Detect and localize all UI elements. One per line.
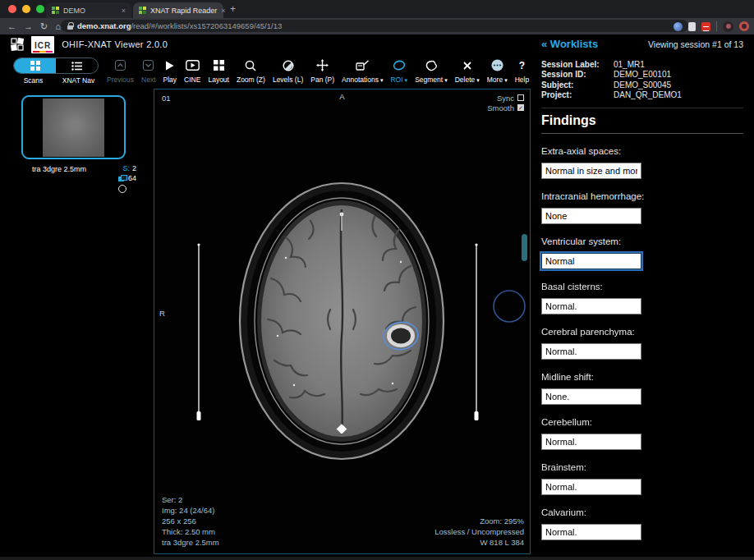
tool-cine[interactable]: CINE bbox=[182, 57, 202, 84]
brainstem-input[interactable] bbox=[541, 479, 641, 495]
project-value: DAN_QR_DEMO1 bbox=[614, 90, 682, 99]
back-button[interactable]: ← bbox=[7, 22, 16, 31]
smooth-checkbox[interactable]: ✓ bbox=[517, 104, 524, 111]
profile-avatar[interactable] bbox=[723, 21, 733, 32]
tool-pan[interactable]: Pan (P) bbox=[309, 57, 336, 84]
tool-delete[interactable]: Delete▾ bbox=[453, 57, 481, 84]
xnat-nav-button[interactable] bbox=[56, 58, 98, 73]
tool-roi[interactable]: ROI▾ bbox=[388, 57, 409, 84]
tool-help[interactable]: ? Help bbox=[513, 57, 531, 84]
session-label-value: 01_MR1 bbox=[614, 60, 645, 69]
series-thumbnail[interactable] bbox=[21, 95, 126, 159]
toolbar: Scans XNAT Nav Previous Next Play CINE bbox=[0, 54, 531, 87]
next-label: Next bbox=[141, 76, 155, 84]
compression-text: Lossless / Uncompressed bbox=[434, 526, 524, 537]
basal-cisterns-input[interactable] bbox=[541, 298, 641, 314]
pan-icon bbox=[316, 59, 329, 71]
layout-label: Layout bbox=[208, 76, 229, 84]
series-number: 2 bbox=[132, 164, 136, 172]
cine-label: CINE bbox=[184, 76, 200, 84]
extension-red-icon[interactable] bbox=[701, 22, 710, 31]
scans-grid-icon bbox=[30, 61, 40, 71]
record-button[interactable] bbox=[739, 21, 749, 31]
minimize-window-button[interactable] bbox=[22, 5, 30, 13]
browser-url-bar: ← → ↻ ⌂ demo.xnat.org/read/#/worklists/x… bbox=[0, 18, 754, 34]
series-number-text: Ser: 2 bbox=[162, 494, 219, 505]
browser-tab-demo[interactable]: DEMO × bbox=[46, 2, 131, 18]
lock-icon bbox=[67, 22, 73, 30]
help-icon: ? bbox=[519, 60, 525, 71]
finding-field-calvarium: Calvarium: bbox=[541, 507, 743, 540]
calvarium-input[interactable] bbox=[541, 524, 641, 540]
cine-icon bbox=[186, 60, 200, 71]
icr-logo-text: ICR bbox=[34, 41, 51, 50]
more-ellipsis-icon bbox=[491, 59, 503, 71]
screen: DEMO × XNAT Rapid Reader × + ← → ↻ ⌂ dem… bbox=[0, 0, 754, 560]
slice-thickness-text: Thick: 2.50 mm bbox=[162, 526, 219, 537]
ventricular-system-input[interactable] bbox=[541, 253, 641, 269]
finding-field-basal-cisterns: Basal cisterns: bbox=[541, 282, 743, 314]
browser-action-icons bbox=[674, 20, 749, 33]
finding-label: Extra-axial spaces: bbox=[541, 146, 743, 157]
finding-label: Brainstem: bbox=[541, 462, 743, 473]
browser-tab-rapid-reader[interactable]: XNAT Rapid Reader × bbox=[133, 2, 223, 18]
smooth-label: Smooth bbox=[487, 103, 514, 113]
tab-close-icon[interactable]: × bbox=[122, 7, 126, 15]
tool-more[interactable]: More▾ bbox=[485, 57, 509, 84]
tool-next[interactable]: Next bbox=[140, 57, 157, 84]
window-controls[interactable] bbox=[8, 5, 44, 13]
series-desc-text: tra 3dgre 2.5mm bbox=[162, 537, 219, 548]
session-info-row: Subject: DEMO_S00045 bbox=[541, 80, 743, 90]
sync-checkbox[interactable] bbox=[517, 94, 524, 101]
tool-zoom[interactable]: Zoom (Z) bbox=[235, 57, 267, 84]
midline-shift-input[interactable] bbox=[541, 388, 641, 405]
chevron-down-icon: ▾ bbox=[380, 77, 384, 83]
extension-globe-icon[interactable] bbox=[674, 22, 683, 31]
tool-segment[interactable]: Segment▾ bbox=[413, 57, 449, 84]
series-stats: S: 2 64 bbox=[103, 163, 136, 193]
next-icon bbox=[143, 60, 154, 71]
finding-label: Intracranial hemorrhage: bbox=[541, 191, 743, 202]
reload-button[interactable]: ↻ bbox=[40, 22, 48, 31]
annotations-label: Annotations▾ bbox=[342, 76, 383, 84]
tool-previous[interactable]: Previous bbox=[105, 57, 136, 84]
worklists-back-link[interactable]: « Worklists bbox=[541, 38, 598, 50]
home-button[interactable]: ⌂ bbox=[55, 22, 61, 31]
tab-title: XNAT Rapid Reader bbox=[150, 7, 217, 15]
subject-value: DEMO_S00045 bbox=[614, 80, 671, 90]
extension-doc-icon[interactable] bbox=[688, 22, 696, 31]
tool-layout[interactable]: Layout bbox=[206, 57, 231, 84]
tool-play[interactable]: Play bbox=[162, 57, 179, 84]
finding-field-hemorrhage: Intracranial hemorrhage: bbox=[541, 191, 743, 224]
new-tab-button[interactable]: + bbox=[230, 3, 236, 15]
image-viewport[interactable]: 01 A R Sync Smooth ✓ Ser: 2 Img: 24 (24/… bbox=[154, 89, 531, 554]
project-key: Project: bbox=[541, 90, 614, 99]
scans-button[interactable] bbox=[14, 58, 56, 73]
window-level-text: W 818 L 384 bbox=[434, 537, 524, 548]
finding-label: Calvarium: bbox=[541, 507, 743, 518]
roi-icon bbox=[393, 60, 406, 71]
tool-levels[interactable]: Levels (L) bbox=[271, 57, 305, 84]
session-info-row: Project: DAN_QR_DEMO1 bbox=[541, 90, 743, 101]
cerebellum-input[interactable] bbox=[541, 434, 641, 450]
instance-count: 64 bbox=[128, 174, 136, 182]
finding-field-ventricular: Ventricular system: bbox=[541, 236, 743, 269]
tab-close-icon[interactable]: × bbox=[221, 7, 225, 15]
session-info-row: Session Label: 01_MR1 bbox=[541, 59, 743, 70]
orientation-marker-left: R bbox=[159, 308, 165, 319]
address-bar[interactable]: demo.xnat.org/read/#/worklists/xs1572063… bbox=[61, 20, 688, 32]
thumbnail-image bbox=[43, 99, 104, 157]
session-id-key: Session ID: bbox=[541, 70, 614, 79]
extra-axial-spaces-input[interactable] bbox=[541, 163, 641, 179]
forward-button[interactable]: → bbox=[24, 22, 33, 31]
cerebral-parenchyma-input[interactable] bbox=[541, 343, 641, 360]
icr-logo-stripe bbox=[33, 51, 53, 53]
zoom-window-button[interactable] bbox=[36, 5, 44, 13]
pan-label: Pan (P) bbox=[310, 76, 334, 84]
tool-annotations[interactable]: Annotations▾ bbox=[340, 57, 384, 84]
nav-toggle-pill bbox=[13, 57, 99, 74]
close-window-button[interactable] bbox=[8, 5, 16, 13]
intracranial-hemorrhage-input[interactable] bbox=[541, 208, 641, 224]
chevron-down-icon: ▾ bbox=[476, 77, 480, 83]
viewport-scrollbar[interactable] bbox=[522, 234, 527, 261]
